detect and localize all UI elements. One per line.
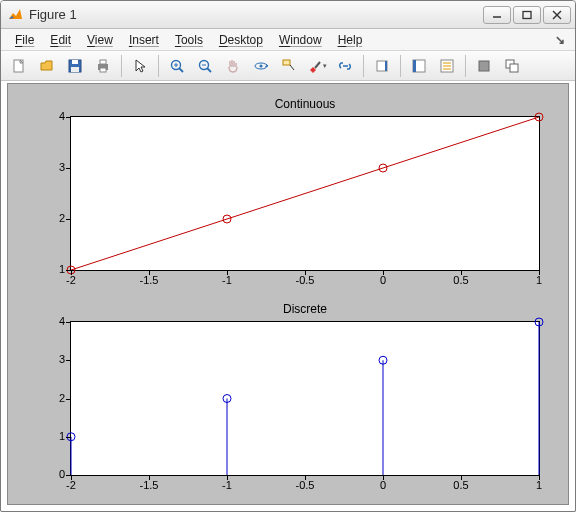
- ytick-mark: [66, 437, 71, 438]
- zoom-out-icon[interactable]: [192, 54, 218, 78]
- ytick-label: 1: [47, 430, 65, 442]
- open-file-icon[interactable]: [34, 54, 60, 78]
- matlab-logo-icon: [7, 7, 23, 23]
- menu-help[interactable]: Help: [330, 31, 371, 49]
- xtick-label: 0.5: [449, 479, 473, 491]
- figure-canvas[interactable]: Continuous -2-1.5-1-0.500.511234 Discret…: [7, 83, 569, 505]
- xtick-label: 1: [527, 274, 551, 286]
- ytick-mark: [66, 360, 71, 361]
- ytick-label: 3: [47, 353, 65, 365]
- titlebar: Figure 1: [1, 1, 575, 29]
- link-icon[interactable]: [332, 54, 358, 78]
- brush-icon[interactable]: ▾: [304, 54, 330, 78]
- ytick-label: 4: [47, 110, 65, 122]
- menu-edit[interactable]: Edit: [42, 31, 79, 49]
- close-button[interactable]: [543, 6, 571, 24]
- axes-title: Discrete: [71, 302, 539, 316]
- xtick-label: -1: [215, 479, 239, 491]
- xtick-label: -2: [59, 274, 83, 286]
- menubar: File Edit View Insert Tools Desktop Wind…: [1, 29, 575, 51]
- insert-legend-icon[interactable]: [406, 54, 432, 78]
- ytick-label: 4: [47, 315, 65, 327]
- pan-icon[interactable]: [220, 54, 246, 78]
- new-file-icon[interactable]: [6, 54, 32, 78]
- svg-rect-6: [72, 60, 78, 64]
- toolbar-separator: [465, 55, 466, 77]
- ytick-mark: [66, 168, 71, 169]
- xtick-label: -1: [215, 274, 239, 286]
- figure-window: Figure 1 File Edit View Insert Tools Des…: [0, 0, 576, 512]
- axes-discrete[interactable]: Discrete -2-1.5-1-0.500.5101234: [70, 321, 540, 476]
- svg-rect-20: [283, 60, 290, 65]
- ytick-label: 3: [47, 161, 65, 173]
- insert-colorbar-icon[interactable]: [369, 54, 395, 78]
- menu-tools[interactable]: Tools: [167, 31, 211, 49]
- print-icon[interactable]: [90, 54, 116, 78]
- svg-rect-7: [71, 67, 79, 72]
- ytick-mark: [66, 399, 71, 400]
- line-plot: [71, 117, 539, 270]
- xtick-label: -0.5: [293, 274, 317, 286]
- xtick-label: 0.5: [449, 274, 473, 286]
- xtick-label: -1.5: [137, 479, 161, 491]
- svg-line-16: [207, 68, 211, 72]
- minimize-button[interactable]: [483, 6, 511, 24]
- svg-line-12: [179, 68, 183, 72]
- ytick-mark: [66, 219, 71, 220]
- dock-controls-icon[interactable]: ↘: [555, 33, 569, 47]
- window-title: Figure 1: [29, 7, 483, 22]
- svg-rect-26: [413, 60, 416, 72]
- xtick-label: -1.5: [137, 274, 161, 286]
- maximize-button[interactable]: [513, 6, 541, 24]
- xtick-label: -0.5: [293, 479, 317, 491]
- svg-rect-1: [523, 11, 531, 18]
- ytick-label: 2: [47, 212, 65, 224]
- show-plot-tools-icon[interactable]: [499, 54, 525, 78]
- ytick-mark: [66, 322, 71, 323]
- menu-window[interactable]: Window: [271, 31, 330, 49]
- colorbar-icon[interactable]: [434, 54, 460, 78]
- ytick-label: 0: [47, 468, 65, 480]
- toolbar-separator: [363, 55, 364, 77]
- xtick-label: 1: [527, 479, 551, 491]
- toolbar-separator: [158, 55, 159, 77]
- svg-rect-33: [510, 64, 518, 72]
- svg-rect-31: [479, 61, 489, 71]
- axes-title: Continuous: [71, 97, 539, 111]
- stem-plot: [71, 322, 539, 475]
- zoom-in-icon[interactable]: [164, 54, 190, 78]
- ytick-label: 1: [47, 263, 65, 275]
- xtick-label: 0: [371, 479, 395, 491]
- toolbar: ▾: [1, 51, 575, 81]
- svg-point-19: [260, 64, 263, 67]
- menu-insert[interactable]: Insert: [121, 31, 167, 49]
- pointer-icon[interactable]: [127, 54, 153, 78]
- menu-file[interactable]: File: [7, 31, 42, 49]
- save-icon[interactable]: [62, 54, 88, 78]
- window-buttons: [483, 6, 571, 24]
- ytick-mark: [66, 117, 71, 118]
- xtick-label: 0: [371, 274, 395, 286]
- svg-line-21: [290, 65, 294, 70]
- svg-rect-24: [385, 61, 387, 71]
- rotate3d-icon[interactable]: [248, 54, 274, 78]
- data-cursor-icon[interactable]: [276, 54, 302, 78]
- ytick-label: 2: [47, 392, 65, 404]
- xtick-label: -2: [59, 479, 83, 491]
- menu-desktop[interactable]: Desktop: [211, 31, 271, 49]
- svg-rect-9: [100, 60, 106, 64]
- svg-line-22: [315, 62, 320, 68]
- toolbar-separator: [400, 55, 401, 77]
- svg-rect-10: [100, 68, 106, 72]
- menu-view[interactable]: View: [79, 31, 121, 49]
- axes-continuous[interactable]: Continuous -2-1.5-1-0.500.511234: [70, 116, 540, 271]
- ytick-mark: [66, 475, 71, 476]
- hide-plot-tools-icon[interactable]: [471, 54, 497, 78]
- ytick-mark: [66, 270, 71, 271]
- toolbar-separator: [121, 55, 122, 77]
